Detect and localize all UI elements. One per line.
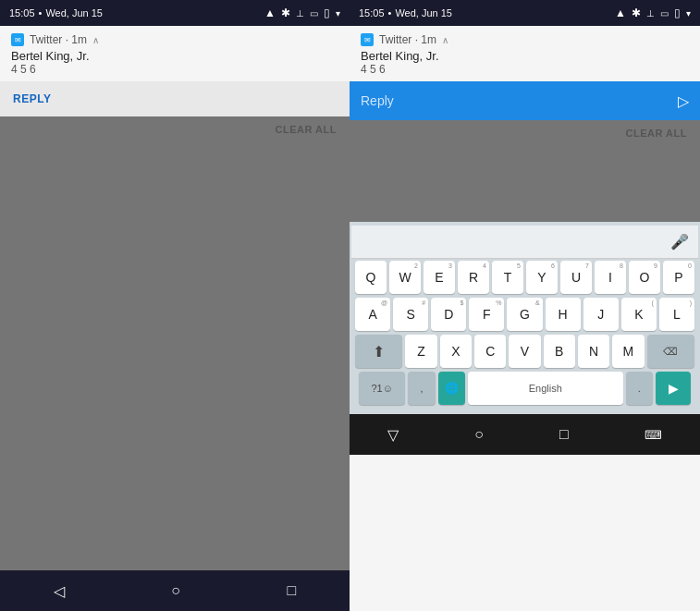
key-p[interactable]: 0P [663, 261, 694, 294]
nav-bar-left: ◁ ○ □ [0, 570, 350, 611]
home-button-right[interactable]: ○ [474, 426, 484, 443]
key-x[interactable]: X [440, 335, 472, 368]
comma-key[interactable]: , [408, 372, 435, 405]
key-row-1: Q 2W 3E 4R 5T 6Y 7U 8I 9O 0P [355, 261, 694, 294]
right-phone: 15:05 • Wed, Jun 15 ▲ ✱ ⊥ ▭ ▯ ▾ ✉ Twitte… [350, 0, 700, 611]
key-c[interactable]: C [474, 335, 506, 368]
symbols-key[interactable]: ?1☺ [359, 372, 405, 405]
key-row-2: @A #S $D %F &G H J (K )L [355, 298, 694, 331]
key-q[interactable]: Q [355, 261, 387, 294]
time-right: 15:05 [359, 7, 385, 18]
status-icons-left: ▲ ✱ ⊥ ▭ ▯ ▾ [264, 6, 340, 19]
keyboard-rows: Q 2W 3E 4R 5T 6Y 7U 8I 9O 0P @A #S $D %F… [351, 259, 698, 409]
bluetooth-icon-right: ✱ [632, 6, 641, 19]
key-r[interactable]: 4R [458, 261, 489, 294]
key-i[interactable]: 8I [595, 261, 626, 294]
notification-area-left: ✉ Twitter · 1m ∧ Bertel King, Jr. 4 5 6 [0, 26, 350, 81]
shift-key[interactable]: ⬆ [355, 335, 402, 368]
key-o[interactable]: 9O [629, 261, 660, 294]
status-icons-right: ▲ ✱ ⊥ ▭ ▯ ▾ [615, 6, 691, 19]
key-b[interactable]: B [544, 335, 575, 368]
bluetooth-icon: ✱ [281, 6, 290, 19]
phone-icon-right: ▯ [674, 6, 681, 19]
key-y[interactable]: 6Y [526, 261, 558, 294]
dropdown-icon[interactable]: ▾ [336, 8, 340, 18]
content-area-right: CLEAR ALL [350, 120, 700, 222]
mic-icon[interactable]: 🎤 [670, 233, 689, 251]
notif-chevron-left: ∧ [92, 35, 99, 45]
keyboard: 🎤 Q 2W 3E 4R 5T 6Y 7U 8I 9O 0P @A #S $D [350, 222, 700, 414]
clear-all-left[interactable]: CLEAR ALL [276, 124, 337, 135]
key-row-3: ⬆ Z X C V B N M ⌫ [355, 335, 694, 368]
back-button-right[interactable]: ▽ [387, 426, 399, 444]
dropdown-icon-right[interactable]: ▾ [686, 8, 691, 18]
recent-button-left[interactable]: □ [288, 582, 297, 599]
phone-icon: ▯ [324, 6, 330, 19]
key-e[interactable]: 3E [424, 261, 455, 294]
reply-label-left: REPLY [13, 92, 51, 105]
date-separator-right: • [388, 7, 392, 18]
back-button-left[interactable]: ◁ [54, 582, 65, 600]
notif-message-right: 4 5 6 [361, 63, 689, 76]
notif-source-right: Twitter · 1m [379, 33, 436, 46]
recent-button-right[interactable]: □ [559, 426, 569, 443]
key-s[interactable]: #S [393, 298, 428, 331]
space-key[interactable]: English [468, 372, 623, 405]
key-w[interactable]: 2W [389, 261, 421, 294]
reply-input-field[interactable] [361, 93, 670, 108]
notification-area-right: ✉ Twitter · 1m ∧ Bertel King, Jr. 4 5 6 [350, 26, 700, 81]
twitter-icon-right: ✉ [361, 33, 374, 46]
key-m[interactable]: M [612, 335, 644, 368]
key-t[interactable]: 5T [492, 261, 523, 294]
twitter-icon-left: ✉ [11, 33, 24, 46]
clear-all-right[interactable]: CLEAR ALL [626, 128, 687, 139]
keyboard-send-key[interactable]: ▶ [656, 372, 691, 405]
date-right: Wed, Jun 15 [395, 7, 452, 18]
keyboard-button-right[interactable]: ⌨ [645, 428, 662, 442]
backspace-key[interactable]: ⌫ [647, 335, 694, 368]
cast-icon-right: ▭ [660, 8, 669, 18]
reply-input-bar-right[interactable]: ▷ [350, 81, 700, 120]
home-button-left[interactable]: ○ [171, 582, 180, 599]
status-bar-left: 15:05 • Wed, Jun 15 ▲ ✱ ⊥ ▭ ▯ ▾ [0, 0, 350, 26]
key-g[interactable]: &G [507, 298, 542, 331]
notif-header-left: ✉ Twitter · 1m ∧ [11, 33, 338, 46]
key-v[interactable]: V [509, 335, 540, 368]
status-bar-right: 15:05 • Wed, Jun 15 ▲ ✱ ⊥ ▭ ▯ ▾ [350, 0, 700, 26]
notif-header-right: ✉ Twitter · 1m ∧ [361, 33, 689, 46]
left-phone: 15:05 • Wed, Jun 15 ▲ ✱ ⊥ ▭ ▯ ▾ ✉ Twitte… [0, 0, 350, 611]
key-l[interactable]: )L [659, 298, 694, 331]
notif-source-left: Twitter · 1m [30, 33, 87, 46]
key-u[interactable]: 7U [560, 261, 592, 294]
send-button-top[interactable]: ▷ [678, 92, 689, 110]
wifi-icon-right: ▲ [615, 6, 626, 19]
notif-message-left: 4 5 6 [11, 63, 338, 76]
date-left: Wed, Jun 15 [45, 7, 103, 18]
key-k[interactable]: (K [621, 298, 657, 331]
key-d[interactable]: $D [431, 298, 466, 331]
signal-icon-right: ⊥ [646, 8, 655, 18]
content-area-left: CLEAR ALL [0, 116, 350, 570]
nav-bar-right: ▽ ○ □ ⌨ [350, 414, 700, 455]
notif-sender-right: Bertel King, Jr. [361, 49, 689, 63]
signal-icon: ⊥ [296, 8, 304, 18]
time-left: 15:05 [9, 7, 35, 18]
period-key[interactable]: . [626, 372, 653, 405]
globe-key[interactable]: 🌐 [438, 372, 465, 405]
keyboard-toolbar: 🎤 [351, 226, 698, 259]
key-row-bottom: ?1☺ , 🌐 English . ▶ [355, 372, 694, 405]
date-separator-left: • [39, 7, 43, 18]
cast-icon: ▭ [310, 8, 318, 18]
notif-chevron-right: ∧ [442, 35, 448, 45]
key-z[interactable]: Z [405, 335, 436, 368]
key-h[interactable]: H [546, 298, 581, 331]
notif-sender-left: Bertel King, Jr. [11, 49, 338, 63]
key-a[interactable]: @A [355, 298, 390, 331]
wifi-icon: ▲ [264, 6, 276, 19]
key-f[interactable]: %F [469, 298, 504, 331]
reply-bar-left[interactable]: REPLY [0, 81, 350, 116]
key-n[interactable]: N [578, 335, 609, 368]
key-j[interactable]: J [583, 298, 619, 331]
